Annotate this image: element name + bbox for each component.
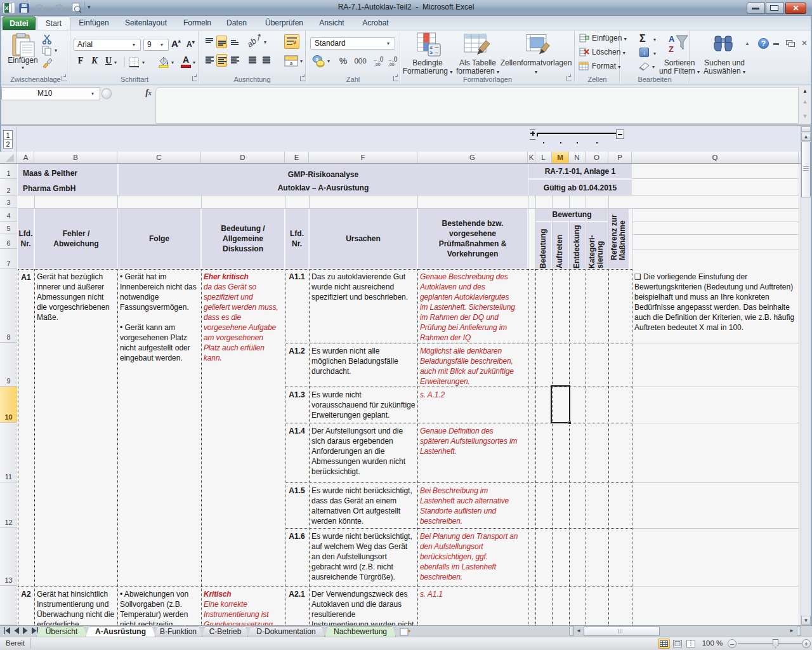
svg-text:A: A [669, 34, 675, 44]
svg-text:Z: Z [669, 44, 674, 54]
svg-text:≥: ≥ [430, 50, 433, 55]
svg-text:a: a [290, 60, 293, 66]
svg-text:≤: ≤ [430, 45, 433, 50]
svg-text:X: X [4, 5, 8, 11]
